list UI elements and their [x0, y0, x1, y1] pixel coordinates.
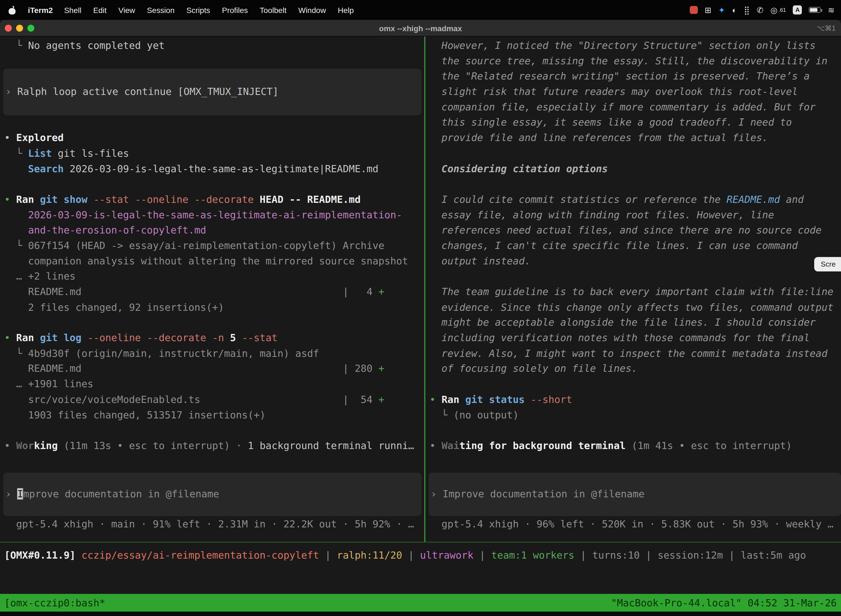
text-segment: ralph:11/20	[337, 550, 402, 561]
text-segment: •	[429, 393, 441, 405]
menu-item-profiles[interactable]: Profiles	[216, 6, 254, 14]
terminal-line: the "Related research writing" section i…	[429, 69, 841, 84]
keyboard-layout-icon[interactable]: A	[793, 5, 802, 14]
text-segment: including verification notes with those …	[429, 332, 810, 343]
terminal-line: README.md | 4 +	[4, 284, 424, 300]
menu-item-window[interactable]: Window	[293, 6, 332, 14]
menu-item-edit[interactable]: Edit	[87, 6, 112, 14]
terminal-line: └ 4b9d30f (origin/main, instructkr/main,…	[4, 346, 424, 361]
terminal-line: [OMX#0.11.9] cczip/essay/ai-reimplementa…	[4, 548, 806, 563]
tmux-host-clock: "MacBook-Pro-44.local" 04:52 31-Mar-26	[611, 597, 837, 609]
text-segment: slight risk that future readers may over…	[429, 86, 798, 97]
terminal-line: README.md | 280 +	[4, 361, 424, 377]
text-segment: --stat	[236, 332, 278, 343]
terminal-line	[4, 54, 424, 69]
text-segment: git log	[34, 332, 81, 343]
menu-item-help[interactable]: Help	[332, 6, 360, 14]
window-shortcut-badge: ⌥⌘1	[817, 20, 835, 37]
terminal-line: └ 067f154 (HEAD -> essay/ai-reimplementa…	[4, 238, 424, 254]
screen-notification-tooltip: Scre	[814, 257, 841, 271]
text-segment: … +2 lines	[4, 270, 76, 282]
text-segment: └ 4b9d30f (origin/main, instructkr/main,…	[4, 348, 319, 359]
text-segment: Search	[4, 163, 64, 174]
bottom-strip	[0, 612, 841, 616]
text-segment: No agents completed yet	[28, 40, 165, 51]
screen-recording-indicator-icon[interactable]	[690, 6, 697, 14]
meter-icon[interactable]: ◎.61	[771, 6, 786, 14]
terminal-line: essay file, along with finding root file…	[429, 207, 841, 223]
terminal-line: slight risk that future readers may over…	[429, 84, 841, 100]
text-segment: changes, I can't cite specific file line…	[429, 240, 798, 251]
terminal-pane-right[interactable]: However, I noticed the "Directory Struct…	[425, 37, 841, 542]
text-segment: team:1 workers	[491, 550, 574, 561]
text-segment: king	[34, 440, 58, 451]
terminal-line	[429, 146, 841, 161]
text-segment: Ran	[16, 332, 34, 343]
terminal-line: of focusing solely on file lines.	[429, 361, 841, 377]
terminal-line	[429, 377, 841, 392]
terminal-pane-left[interactable]: └ No agents completed yet • Explored └ L…	[0, 37, 424, 542]
text-segment: git status	[459, 393, 525, 405]
terminal-line: However, I noticed the "Directory Struct…	[429, 38, 841, 54]
text-segment: +	[378, 363, 385, 374]
battery-icon[interactable]	[809, 7, 821, 13]
wifi-icon[interactable]: ≋	[828, 6, 834, 14]
text-segment: companion analysis without altering the …	[4, 255, 408, 267]
terminal-line: the source tree, missing the essay. Stil…	[429, 54, 841, 69]
text-segment: 2026-03-09-is-legal-the-same-as-legitima…	[64, 163, 378, 174]
omx-status-bar: [OMX#0.11.9] cczip/essay/ai-reimplementa…	[4, 548, 806, 563]
terminal-line	[4, 315, 424, 331]
terminal-line: › Improve documentation in @filename	[431, 487, 645, 502]
menu-item-scripts[interactable]: Scripts	[180, 6, 216, 14]
text-segment: … +1901 lines	[4, 378, 94, 390]
terminal-line	[4, 177, 424, 192]
terminal-line	[429, 423, 841, 438]
text-segment: session:12m	[658, 550, 723, 561]
text-segment: companion file, especially if more comme…	[429, 101, 816, 113]
text-segment: and	[780, 194, 804, 205]
terminal-line: including verification notes with those …	[429, 331, 841, 346]
terminal-line: Search 2026-03-09-is-legal-the-same-as-l…	[4, 161, 424, 177]
screen-notification-text: Scre	[821, 260, 836, 268]
text-segment: 2026-03-09-is-legal-the-same-as-legitima…	[4, 209, 402, 220]
terminal-line: companion analysis without altering the …	[4, 254, 424, 269]
menu-item-session[interactable]: Session	[141, 6, 180, 14]
menu-item-toolbelt[interactable]: Toolbelt	[254, 6, 293, 14]
text-segment: ›	[5, 86, 17, 97]
apple-menu-icon[interactable]	[9, 6, 15, 14]
text-segment: |	[319, 550, 337, 561]
terminal-line: • Ran git show --stat --oneline --decora…	[4, 192, 424, 208]
grid-icon[interactable]: ⊞	[705, 6, 711, 14]
text-segment: •	[4, 132, 16, 143]
terminal-line: changes, I can't cite specific file line…	[429, 238, 841, 254]
prompt-input-right[interactable]: › Improve documentation in @filename	[428, 473, 841, 516]
model-status-right: gpt-5.4 xhigh · 96% left · 520K in · 5.8…	[429, 517, 834, 532]
text-segment: 1 background terminal runni…	[248, 440, 414, 451]
text-segment: 2 files changed, 92 insertions(+)	[4, 301, 224, 313]
text-segment: However, I noticed the "Directory Struct…	[429, 40, 816, 51]
menu-item-view[interactable]: View	[113, 6, 141, 14]
text-segment: last:5m ago	[741, 550, 806, 561]
phone-icon[interactable]: ✆	[757, 6, 763, 14]
text-segment: Wor	[16, 440, 34, 451]
text-segment: |	[723, 550, 741, 561]
shield-icon[interactable]: ◐	[732, 6, 737, 14]
location-icon[interactable]: ✦	[718, 6, 725, 14]
text-segment: |	[473, 550, 491, 561]
menu-item-iterm2[interactable]: iTerm2	[23, 6, 58, 14]
text-segment: of focusing solely on file lines.	[429, 363, 637, 374]
terminal-line: 2 files changed, 92 insertions(+)	[4, 300, 424, 315]
terminal-line: and-the-erosion-of-copyleft.md	[4, 223, 424, 238]
terminal-line: • Working (11m 13s • esc to interrupt) ·…	[4, 438, 424, 454]
text-segment: |	[402, 550, 420, 561]
text-segment: Ran	[16, 194, 34, 205]
terminal-line: Considering citation options	[429, 161, 841, 177]
dots-grid-icon[interactable]: ⣿	[744, 6, 750, 14]
text-segment: and-the-erosion-of-copyleft.md	[4, 224, 207, 236]
menu-item-shell[interactable]: Shell	[58, 6, 87, 14]
terminal-line	[429, 269, 841, 285]
prompt-input-left[interactable]: › Improve documentation in @filename	[3, 473, 422, 516]
text-segment: turns:10	[592, 550, 640, 561]
text-segment: •	[429, 440, 441, 451]
meter-icon-label: .61	[779, 7, 786, 12]
